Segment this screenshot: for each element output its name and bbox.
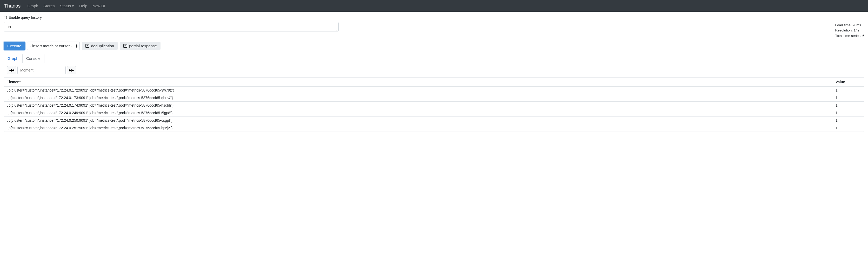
nav-status[interactable]: Status ▾ [57,2,76,10]
metric-select[interactable]: - insert metric at cursor - ▴▾ [27,42,80,50]
nav-new-ui[interactable]: New UI [90,2,108,10]
dedup-toggle[interactable]: deduplication [82,42,118,50]
moment-input[interactable] [18,66,66,74]
enable-history-label: Enable query history [8,15,42,20]
table-row: up{cluster="custom",instance="172.24.0.1… [4,94,864,102]
col-value: Value [833,78,864,86]
enable-history-checkbox[interactable] [4,16,7,19]
moment-next-button[interactable]: ▶▶ [67,66,76,74]
navbar: Thanos Graph Stores Status ▾ Help New UI [0,0,868,12]
table-row: up{cluster="custom",instance="172.24.0.2… [4,124,864,132]
nav-stores[interactable]: Stores [41,2,57,10]
dedup-label: deduplication [91,44,114,48]
moment-row: ◀◀ ▶▶ [4,63,864,78]
moment-prev-button[interactable]: ◀◀ [7,66,17,74]
tabs: Graph Console [4,54,864,63]
query-input[interactable] [4,22,339,31]
metric-select-label: - insert metric at cursor - [30,44,72,48]
cell-element: up{cluster="custom",instance="172.24.0.2… [4,124,833,132]
partial-response-toggle[interactable]: partial response [120,42,160,50]
partial-response-label: partial response [129,44,157,48]
cell-value: 1 [833,116,864,124]
stat-load-time: Load time: 70ms [835,23,864,28]
updown-icon: ▴▾ [76,44,78,48]
col-element: Element [4,78,833,86]
results-table: Element Value up{cluster="custom",instan… [4,78,864,132]
execute-button[interactable]: Execute [4,42,25,50]
cell-element: up{cluster="custom",instance="172.24.0.2… [4,116,833,124]
tab-graph[interactable]: Graph [4,54,22,63]
stat-total-series: Total time series: 6 [835,33,864,38]
double-chevron-left-icon: ◀◀ [9,68,14,72]
table-row: up{cluster="custom",instance="172.24.0.2… [4,109,864,116]
nav-status-label: Status [60,4,71,8]
double-chevron-right-icon: ▶▶ [69,68,74,72]
cell-element: up{cluster="custom",instance="172.24.0.1… [4,94,833,102]
nav-help[interactable]: Help [76,2,90,10]
tab-console[interactable]: Console [22,54,44,63]
console-panel: ◀◀ ▶▶ Element Value up{cluster="custom",… [4,63,864,132]
cell-value: 1 [833,102,864,109]
query-stats: Load time: 70ms Resolution: 14s Total ti… [835,22,864,38]
table-row: up{cluster="custom",instance="172.24.0.1… [4,86,864,94]
stat-resolution: Resolution: 14s [835,28,864,33]
enable-history-row: Enable query history [4,15,864,20]
nav-graph[interactable]: Graph [25,2,41,10]
cell-value: 1 [833,124,864,132]
caret-down-icon: ▾ [72,4,74,8]
query-row: Load time: 70ms Resolution: 14s Total ti… [4,22,864,38]
check-icon [123,44,127,48]
controls-row: Execute - insert metric at cursor - ▴▾ d… [4,42,864,50]
cell-value: 1 [833,109,864,116]
cell-element: up{cluster="custom",instance="172.24.0.1… [4,86,833,94]
cell-value: 1 [833,86,864,94]
table-row: up{cluster="custom",instance="172.24.0.1… [4,102,864,109]
check-icon [86,44,89,48]
table-row: up{cluster="custom",instance="172.24.0.2… [4,116,864,124]
navbar-brand[interactable]: Thanos [4,3,21,9]
cell-element: up{cluster="custom",instance="172.24.0.2… [4,109,833,116]
main-container: Enable query history Load time: 70ms Res… [0,12,868,135]
cell-value: 1 [833,94,864,102]
cell-element: up{cluster="custom",instance="172.24.0.1… [4,102,833,109]
